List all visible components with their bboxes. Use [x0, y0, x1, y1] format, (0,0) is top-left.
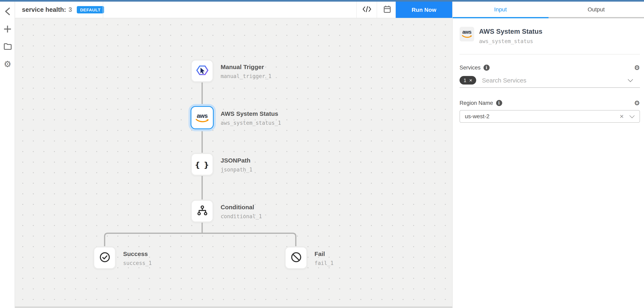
node-card[interactable]: [190, 59, 214, 82]
selected-count-pill[interactable]: 1 ×: [460, 76, 476, 84]
services-multiselect[interactable]: 1 × Search Services: [460, 73, 640, 88]
schedule-button[interactable]: [377, 2, 397, 18]
panel-node-title: AWS System Status: [479, 28, 542, 35]
remove-selection-icon[interactable]: ×: [469, 78, 472, 83]
check-circle-icon: [99, 251, 110, 264]
panel-node-subtitle: aws_system_status: [479, 38, 542, 44]
plus-icon: [4, 25, 12, 33]
node-label: Fail fail_1: [314, 251, 420, 266]
top-accent-bar: [0, 0, 644, 2]
tab-output[interactable]: Output: [548, 2, 644, 18]
chevron-down-icon[interactable]: [628, 77, 633, 82]
region-input[interactable]: [460, 113, 620, 120]
node-title: AWS System Status: [221, 110, 326, 116]
node-manual-trigger[interactable]: Manual Trigger manual_trigger_1: [190, 59, 214, 82]
selected-count: 1: [464, 78, 466, 83]
node-id: success_1: [123, 260, 229, 266]
header-divider: [103, 2, 103, 18]
node-label: Conditional conditional_1: [221, 204, 326, 219]
services-label: Services: [460, 64, 481, 71]
clear-icon[interactable]: ×: [620, 113, 624, 120]
node-card[interactable]: [190, 200, 214, 223]
config-panel: Input Output aws AWS System Status aws_s…: [452, 2, 644, 308]
gear-icon: ⚙: [4, 60, 12, 68]
workflow-canvas[interactable]: Manual Trigger manual_trigger_1 aws AWS …: [15, 18, 452, 308]
region-combobox[interactable]: ×: [460, 110, 640, 122]
panel-tabs: Input Output: [453, 2, 644, 18]
node-aws-system-status[interactable]: aws AWS System Status aws_system_status_…: [190, 106, 214, 129]
back-button[interactable]: [0, 4, 15, 18]
horizontal-scrollbar[interactable]: [15, 306, 452, 308]
header: service health: 3 DEFAULT Run Now: [15, 2, 452, 18]
panel-node-header: aws AWS System Status aws_system_status: [460, 27, 640, 44]
node-title: Conditional: [221, 204, 326, 210]
region-label: Region Name: [460, 100, 493, 106]
node-id: manual_trigger_1: [221, 74, 326, 79]
settings-button[interactable]: ⚙: [0, 57, 15, 71]
panel-divider: [460, 54, 640, 54]
info-icon[interactable]: i: [484, 64, 490, 71]
info-icon[interactable]: i: [496, 100, 502, 106]
chevron-left-icon: [4, 7, 10, 16]
no-entry-icon: [290, 251, 302, 264]
panel-body: aws AWS System Status aws_system_status …: [453, 27, 644, 122]
run-now-button[interactable]: Run Now: [396, 2, 452, 18]
services-label-row: Services i ⚙: [460, 64, 640, 71]
node-label: Success success_1: [123, 251, 229, 266]
panel-node-titles: AWS System Status aws_system_status: [479, 27, 542, 44]
node-label: AWS System Status aws_system_status_1: [221, 110, 326, 126]
node-card[interactable]: [284, 246, 308, 270]
code-brackets-icon: [362, 6, 371, 14]
node-title: Manual Trigger: [221, 64, 326, 70]
node-title: Fail: [314, 251, 420, 257]
services-placeholder: Search Services: [482, 77, 526, 84]
folder-icon: [4, 43, 12, 50]
workflow-version: 3: [68, 6, 72, 14]
workflow-title: service health: 3 DEFAULT: [22, 2, 104, 18]
node-label: Manual Trigger manual_trigger_1: [221, 64, 326, 79]
manual-trigger-hexagon-cursor-icon: [196, 64, 209, 78]
workflow-name: service health:: [22, 6, 66, 14]
node-card[interactable]: { }: [190, 153, 214, 176]
calendar-icon: [383, 5, 391, 14]
field-gear-icon[interactable]: ⚙: [634, 100, 640, 106]
node-success[interactable]: Success success_1: [93, 246, 116, 270]
node-card[interactable]: aws: [190, 106, 214, 129]
node-title: Success: [123, 251, 229, 257]
node-fail[interactable]: Fail fail_1: [284, 246, 308, 270]
chevron-down-icon[interactable]: [629, 113, 634, 118]
app: ⚙ service health: 3 DEFAULT Run Now: [0, 0, 644, 308]
node-id: aws_system_status_1: [221, 120, 326, 126]
code-view-button[interactable]: [357, 2, 377, 18]
tab-input[interactable]: Input: [453, 2, 548, 18]
node-label: JSONPath jsonpath_1: [221, 157, 326, 172]
aws-logo-icon: aws: [461, 30, 472, 38]
default-badge: DEFAULT: [77, 6, 104, 14]
node-title: JSONPath: [221, 157, 326, 163]
node-card[interactable]: [93, 246, 116, 270]
aws-logo-icon: aws: [195, 112, 210, 123]
node-conditional[interactable]: Conditional conditional_1: [190, 200, 214, 223]
branch-tree-icon: [196, 205, 208, 217]
node-id: fail_1: [314, 260, 420, 266]
node-jsonpath[interactable]: { } JSONPath jsonpath_1: [190, 153, 214, 176]
node-id: conditional_1: [221, 214, 326, 219]
curly-braces-icon: { }: [194, 160, 210, 169]
region-label-row: Region Name i ⚙: [460, 100, 640, 106]
node-id: jsonpath_1: [221, 167, 326, 172]
field-gear-icon[interactable]: ⚙: [634, 64, 640, 71]
add-button[interactable]: [0, 22, 15, 36]
files-button[interactable]: [0, 40, 15, 53]
node-type-chip: aws: [460, 27, 474, 42]
sidebar: ⚙: [0, 2, 15, 308]
